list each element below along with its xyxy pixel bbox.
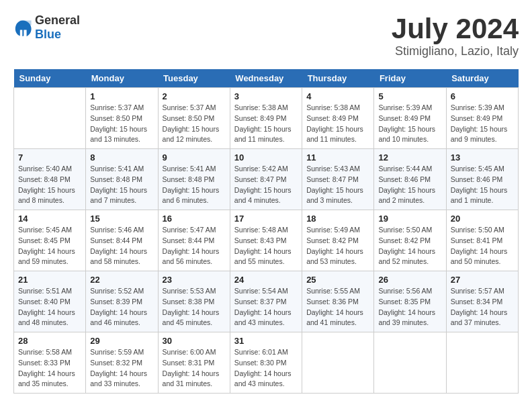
calendar-week-row: 7Sunrise: 5:40 AMSunset: 8:48 PMDaylight… (14, 149, 519, 210)
calendar-cell: 17Sunrise: 5:48 AMSunset: 8:43 PMDayligh… (230, 210, 302, 271)
logo-icon (13, 18, 32, 37)
calendar-week-row: 28Sunrise: 5:58 AMSunset: 8:33 PMDayligh… (14, 332, 519, 394)
day-info: Sunrise: 5:37 AMSunset: 8:50 PMDaylight:… (90, 103, 153, 145)
day-number: 2 (163, 91, 226, 101)
day-info: Sunrise: 5:58 AMSunset: 8:33 PMDaylight:… (18, 347, 81, 390)
subtitle: Stimigliano, Lazio, Italy (392, 44, 519, 58)
day-info: Sunrise: 6:00 AMSunset: 8:31 PMDaylight:… (163, 347, 226, 390)
day-number: 30 (163, 336, 226, 346)
day-info: Sunrise: 5:52 AMSunset: 8:39 PMDaylight:… (90, 286, 153, 328)
weekday-header-cell: Saturday (446, 69, 518, 88)
day-number: 6 (451, 91, 514, 101)
day-number: 8 (90, 152, 153, 163)
calendar-cell: 4Sunrise: 5:38 AMSunset: 8:49 PMDaylight… (302, 88, 374, 149)
day-info: Sunrise: 5:43 AMSunset: 8:47 PMDaylight:… (306, 164, 369, 206)
day-info: Sunrise: 5:39 AMSunset: 8:49 PMDaylight:… (451, 103, 514, 145)
calendar-cell: 8Sunrise: 5:41 AMSunset: 8:48 PMDaylight… (86, 149, 158, 210)
calendar-cell: 22Sunrise: 5:52 AMSunset: 8:39 PMDayligh… (86, 271, 158, 332)
day-info: Sunrise: 5:39 AMSunset: 8:49 PMDaylight:… (378, 103, 441, 145)
day-number: 11 (306, 152, 369, 163)
calendar-cell: 26Sunrise: 5:56 AMSunset: 8:35 PMDayligh… (374, 271, 446, 332)
calendar-cell: 30Sunrise: 6:00 AMSunset: 8:31 PMDayligh… (158, 332, 230, 394)
calendar-cell: 21Sunrise: 5:51 AMSunset: 8:40 PMDayligh… (14, 271, 86, 332)
calendar-cell: 16Sunrise: 5:47 AMSunset: 8:44 PMDayligh… (158, 210, 230, 271)
day-info: Sunrise: 5:37 AMSunset: 8:50 PMDaylight:… (163, 103, 226, 145)
calendar-table: SundayMondayTuesdayWednesdayThursdayFrid… (13, 69, 519, 394)
calendar-body: 1Sunrise: 5:37 AMSunset: 8:50 PMDaylight… (14, 88, 519, 394)
calendar-cell: 19Sunrise: 5:50 AMSunset: 8:42 PMDayligh… (374, 210, 446, 271)
day-number: 9 (163, 152, 226, 163)
day-info: Sunrise: 5:57 AMSunset: 8:34 PMDaylight:… (451, 286, 514, 328)
day-info: Sunrise: 6:01 AMSunset: 8:30 PMDaylight:… (234, 347, 298, 390)
day-info: Sunrise: 5:49 AMSunset: 8:42 PMDaylight:… (306, 225, 369, 267)
calendar-cell: 29Sunrise: 5:59 AMSunset: 8:32 PMDayligh… (86, 332, 158, 394)
day-number: 15 (90, 214, 153, 224)
day-number: 5 (378, 91, 441, 101)
calendar-cell: 1Sunrise: 5:37 AMSunset: 8:50 PMDaylight… (86, 88, 158, 149)
day-info: Sunrise: 5:47 AMSunset: 8:44 PMDaylight:… (163, 225, 226, 267)
day-number: 29 (90, 336, 153, 346)
day-info: Sunrise: 5:41 AMSunset: 8:48 PMDaylight:… (163, 164, 226, 206)
day-number: 3 (234, 91, 298, 101)
calendar-cell: 15Sunrise: 5:46 AMSunset: 8:44 PMDayligh… (86, 210, 158, 271)
day-info: Sunrise: 5:40 AMSunset: 8:48 PMDaylight:… (18, 164, 81, 206)
day-number: 24 (234, 275, 298, 285)
day-info: Sunrise: 5:50 AMSunset: 8:41 PMDaylight:… (451, 225, 514, 267)
day-number: 28 (18, 336, 81, 346)
calendar-cell: 2Sunrise: 5:37 AMSunset: 8:50 PMDaylight… (158, 88, 230, 149)
day-number: 14 (18, 214, 81, 224)
day-info: Sunrise: 5:41 AMSunset: 8:48 PMDaylight:… (90, 164, 153, 206)
title-area: July 2024 Stimigliano, Lazio, Italy (392, 13, 519, 58)
logo-blue: Blue (35, 28, 61, 41)
day-info: Sunrise: 5:59 AMSunset: 8:32 PMDaylight:… (90, 347, 153, 390)
calendar-cell: 12Sunrise: 5:44 AMSunset: 8:46 PMDayligh… (374, 149, 446, 210)
calendar-cell: 25Sunrise: 5:55 AMSunset: 8:36 PMDayligh… (302, 271, 374, 332)
day-number: 31 (234, 336, 298, 346)
logo-general: General (35, 13, 80, 27)
calendar-cell: 24Sunrise: 5:54 AMSunset: 8:37 PMDayligh… (230, 271, 302, 332)
calendar-cell: 5Sunrise: 5:39 AMSunset: 8:49 PMDaylight… (374, 88, 446, 149)
day-number: 18 (306, 214, 369, 224)
day-number: 10 (234, 152, 298, 163)
day-number: 22 (90, 275, 153, 285)
day-number: 27 (451, 275, 514, 285)
day-number: 21 (18, 275, 81, 285)
calendar-cell: 28Sunrise: 5:58 AMSunset: 8:33 PMDayligh… (14, 332, 86, 394)
day-info: Sunrise: 5:55 AMSunset: 8:36 PMDaylight:… (306, 286, 369, 328)
day-number: 4 (306, 91, 369, 101)
calendar-cell (374, 332, 446, 394)
calendar-cell: 6Sunrise: 5:39 AMSunset: 8:49 PMDaylight… (446, 88, 518, 149)
day-info: Sunrise: 5:50 AMSunset: 8:42 PMDaylight:… (378, 225, 441, 267)
logo: General Blue (13, 13, 80, 42)
calendar-cell (446, 332, 518, 394)
day-number: 23 (163, 275, 226, 285)
calendar-week-row: 14Sunrise: 5:45 AMSunset: 8:45 PMDayligh… (14, 210, 519, 271)
day-info: Sunrise: 5:54 AMSunset: 8:37 PMDaylight:… (234, 286, 298, 328)
day-number: 19 (378, 214, 441, 224)
calendar-cell: 18Sunrise: 5:49 AMSunset: 8:42 PMDayligh… (302, 210, 374, 271)
weekday-header: SundayMondayTuesdayWednesdayThursdayFrid… (14, 69, 519, 88)
calendar-cell: 14Sunrise: 5:45 AMSunset: 8:45 PMDayligh… (14, 210, 86, 271)
calendar-cell (302, 332, 374, 394)
weekday-header-cell: Wednesday (230, 69, 302, 88)
weekday-header-cell: Friday (374, 69, 446, 88)
logo-text: General Blue (35, 13, 80, 42)
calendar-cell: 11Sunrise: 5:43 AMSunset: 8:47 PMDayligh… (302, 149, 374, 210)
calendar-cell: 31Sunrise: 6:01 AMSunset: 8:30 PMDayligh… (230, 332, 302, 394)
calendar-cell: 20Sunrise: 5:50 AMSunset: 8:41 PMDayligh… (446, 210, 518, 271)
calendar-cell: 13Sunrise: 5:45 AMSunset: 8:46 PMDayligh… (446, 149, 518, 210)
day-info: Sunrise: 5:56 AMSunset: 8:35 PMDaylight:… (378, 286, 441, 328)
day-number: 20 (451, 214, 514, 224)
day-number: 17 (234, 214, 298, 224)
day-info: Sunrise: 5:46 AMSunset: 8:44 PMDaylight:… (90, 225, 153, 267)
day-info: Sunrise: 5:53 AMSunset: 8:38 PMDaylight:… (163, 286, 226, 328)
day-number: 26 (378, 275, 441, 285)
calendar-cell: 7Sunrise: 5:40 AMSunset: 8:48 PMDaylight… (14, 149, 86, 210)
day-number: 12 (378, 152, 441, 163)
day-info: Sunrise: 5:38 AMSunset: 8:49 PMDaylight:… (306, 103, 369, 145)
calendar-cell: 10Sunrise: 5:42 AMSunset: 8:47 PMDayligh… (230, 149, 302, 210)
day-info: Sunrise: 5:42 AMSunset: 8:47 PMDaylight:… (234, 164, 298, 206)
calendar-cell: 3Sunrise: 5:38 AMSunset: 8:49 PMDaylight… (230, 88, 302, 149)
weekday-header-cell: Monday (86, 69, 158, 88)
calendar-cell: 27Sunrise: 5:57 AMSunset: 8:34 PMDayligh… (446, 271, 518, 332)
